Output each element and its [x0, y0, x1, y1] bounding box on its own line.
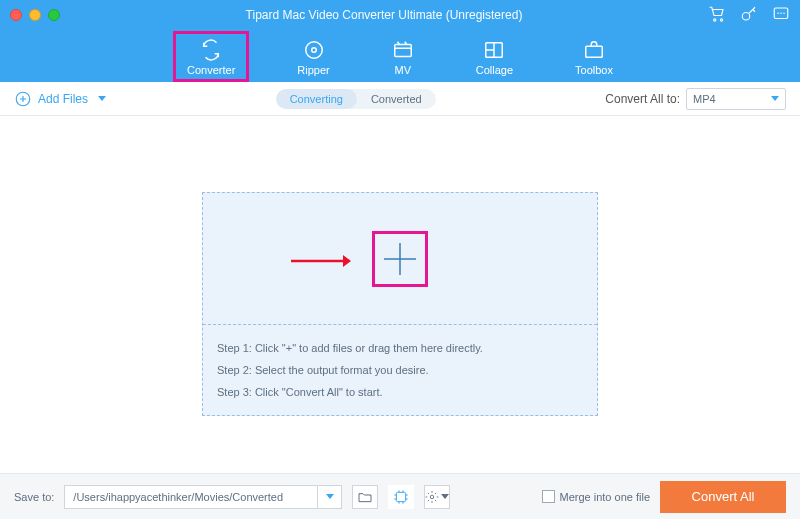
fullscreen-window-icon[interactable]	[48, 9, 60, 21]
tab-label: MV	[394, 64, 411, 76]
feedback-icon[interactable]	[772, 5, 790, 26]
merge-label: Merge into one file	[560, 491, 651, 503]
header-region: Tipard Mac Video Converter Ultimate (Unr…	[0, 0, 800, 82]
svg-rect-11	[586, 46, 603, 57]
svg-rect-9	[394, 44, 411, 56]
tab-label: Ripper	[297, 64, 329, 76]
chevron-down-icon	[441, 494, 449, 499]
svg-point-6	[783, 12, 785, 14]
convert-all-button[interactable]: Convert All	[660, 481, 786, 513]
window-title: Tipard Mac Video Converter Ultimate (Unr…	[60, 8, 708, 22]
tab-collage[interactable]: Collage	[466, 35, 523, 78]
svg-point-4	[777, 12, 779, 14]
key-icon[interactable]	[740, 5, 758, 26]
drop-zone[interactable]: Step 1: Click "+" to add files or drag t…	[202, 192, 598, 416]
instructions: Step 1: Click "+" to add files or drag t…	[203, 325, 597, 415]
tab-converting[interactable]: Converting	[276, 89, 357, 109]
checkbox-icon	[542, 490, 555, 503]
main-content: Step 1: Click "+" to add files or drag t…	[0, 116, 800, 473]
svg-point-1	[720, 18, 722, 20]
convert-all-to-label: Convert All to:	[605, 92, 680, 106]
settings-button[interactable]	[424, 485, 450, 509]
chevron-down-icon[interactable]	[317, 486, 341, 508]
save-path-field[interactable]: /Users/ihappyacethinker/Movies/Converted	[64, 485, 342, 509]
svg-point-18	[431, 495, 435, 499]
close-window-icon[interactable]	[10, 9, 22, 21]
footer-bar: Save to: /Users/ihappyacethinker/Movies/…	[0, 473, 800, 519]
open-folder-button[interactable]	[352, 485, 378, 509]
output-format-select[interactable]: MP4	[686, 88, 786, 110]
sub-toolbar: Add Files Converting Converted Convert A…	[0, 82, 800, 116]
tab-mv[interactable]: MV	[382, 35, 424, 78]
merge-checkbox[interactable]: Merge into one file	[542, 490, 651, 503]
main-tabs: Converter Ripper MV Collage Toolbox	[0, 30, 800, 82]
step-3: Step 3: Click "Convert All" to start.	[217, 381, 583, 403]
status-segment: Converting Converted	[276, 89, 436, 109]
svg-point-5	[780, 12, 782, 14]
step-2: Step 2: Select the output format you des…	[217, 359, 583, 381]
svg-point-8	[311, 47, 316, 52]
hardware-accel-button[interactable]	[388, 485, 414, 509]
tab-toolbox[interactable]: Toolbox	[565, 35, 623, 78]
add-files-label: Add Files	[38, 92, 88, 106]
tab-ripper[interactable]: Ripper	[287, 35, 339, 78]
cart-icon[interactable]	[708, 5, 726, 26]
window-controls	[10, 9, 60, 21]
add-files-plus-button[interactable]	[375, 234, 425, 284]
save-to-label: Save to:	[14, 491, 54, 503]
svg-point-2	[742, 12, 750, 20]
svg-marker-14	[343, 255, 351, 267]
format-value: MP4	[693, 93, 716, 105]
minimize-window-icon[interactable]	[29, 9, 41, 21]
step-1: Step 1: Click "+" to add files or drag t…	[217, 337, 583, 359]
chevron-down-icon	[771, 96, 779, 101]
tab-label: Toolbox	[575, 64, 613, 76]
tab-converter[interactable]: Converter	[177, 35, 245, 78]
tab-label: Collage	[476, 64, 513, 76]
titlebar: Tipard Mac Video Converter Ultimate (Unr…	[0, 0, 800, 30]
svg-point-0	[714, 18, 716, 20]
tab-converted[interactable]: Converted	[357, 89, 436, 109]
tab-label: Converter	[187, 64, 235, 76]
svg-point-7	[305, 41, 322, 58]
save-path-value: /Users/ihappyacethinker/Movies/Converted	[73, 491, 283, 503]
add-files-button[interactable]: Add Files	[14, 90, 106, 108]
chevron-down-icon	[98, 96, 106, 101]
svg-rect-17	[397, 492, 406, 501]
arrow-right-icon	[291, 253, 351, 273]
